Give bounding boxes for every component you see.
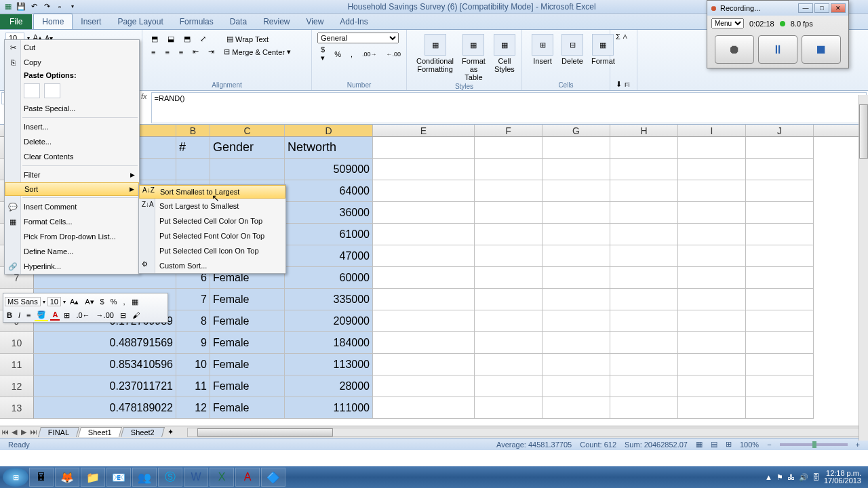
cell[interactable] (475, 397, 542, 419)
taskbar-excel-icon[interactable]: X (210, 468, 234, 487)
cell[interactable]: 47000 (285, 245, 373, 267)
cell[interactable] (678, 224, 746, 245)
cell[interactable]: 12 (176, 397, 210, 419)
cell[interactable] (373, 137, 475, 159)
cell[interactable]: Female (210, 354, 285, 375)
cell[interactable]: 7 (176, 289, 210, 310)
cell[interactable] (373, 159, 475, 180)
mini-merge-icon[interactable]: ⊟ (118, 310, 128, 321)
fill-icon[interactable]: ⬇ (616, 80, 622, 89)
cell[interactable] (746, 202, 814, 224)
taskbar-calculator-icon[interactable]: 🖩 (29, 468, 54, 487)
col-header-i[interactable]: I (678, 125, 746, 136)
cell[interactable] (678, 245, 746, 267)
tab-data[interactable]: Data (222, 14, 255, 29)
autosum-icon[interactable]: Σ (616, 33, 620, 41)
zoom-in-icon[interactable]: + (856, 441, 860, 449)
row-header[interactable]: 12 (0, 375, 34, 397)
cell[interactable] (746, 332, 814, 354)
cell[interactable]: 64000 (285, 180, 373, 202)
cell[interactable] (678, 202, 746, 224)
align-middle-icon[interactable]: ⬓ (164, 33, 178, 45)
tab-file[interactable]: File (0, 14, 32, 29)
tray-up-icon[interactable]: ▲ (765, 473, 772, 481)
cell[interactable] (610, 397, 678, 419)
ctx-copy[interactable]: ⎘Copy (5, 55, 139, 70)
sort-cell-icon[interactable]: Put Selected Cell Icon On Top (139, 243, 285, 258)
cell[interactable] (475, 137, 542, 159)
tab-addins[interactable]: Add-Ins (332, 14, 376, 29)
cell[interactable] (176, 159, 210, 180)
cell[interactable] (373, 354, 475, 375)
col-header-e[interactable]: E (373, 125, 475, 136)
ctx-pick-list[interactable]: Pick From Drop-down List... (5, 229, 139, 244)
taskbar-skype-icon[interactable]: Ⓢ (158, 468, 182, 487)
taskbar-firefox-icon[interactable]: 🦊 (55, 468, 79, 487)
tab-view[interactable]: View (298, 14, 332, 29)
recorder-pause-button[interactable]: ⏸ (758, 35, 797, 64)
col-header-f[interactable]: F (475, 125, 542, 136)
mini-font-color-icon[interactable]: A (50, 310, 60, 321)
cell[interactable] (678, 397, 746, 419)
col-header-c[interactable]: C (210, 125, 285, 136)
sheet-tab-final[interactable]: FINAL (38, 427, 79, 437)
undo-icon[interactable]: ↶ (28, 1, 39, 12)
cell[interactable] (746, 289, 814, 310)
mini-shrink-icon[interactable]: A▾ (83, 297, 96, 307)
cell[interactable] (610, 289, 678, 310)
mini-currency-icon[interactable]: $ (98, 297, 106, 306)
cell[interactable]: 0.478189022 (34, 397, 176, 419)
row-header[interactable]: 13 (0, 397, 34, 419)
wrap-text-button[interactable]: ▤ Wrap Text (223, 33, 272, 45)
ctx-clear[interactable]: Clear Contents (5, 149, 139, 164)
cell[interactable] (542, 159, 610, 180)
cell[interactable] (373, 202, 475, 224)
recorder-maximize-button[interactable]: □ (814, 3, 829, 13)
sheet-nav[interactable]: ⏮◀▶⏭ (0, 428, 38, 436)
ctx-hyperlink[interactable]: 🔗Hyperlink... (5, 259, 139, 274)
cell[interactable]: 28000 (285, 375, 373, 397)
decrease-decimal-icon[interactable]: ←.00 (382, 49, 404, 60)
zoom-level[interactable]: 100% (740, 441, 759, 449)
cell[interactable] (210, 159, 285, 180)
cell[interactable]: # (176, 137, 210, 159)
mini-font-name[interactable]: MS Sans (5, 297, 41, 306)
taskbar-acrobat-icon[interactable]: A (235, 468, 260, 487)
cell[interactable] (373, 245, 475, 267)
col-header-b[interactable]: B (176, 125, 210, 136)
align-top-icon[interactable]: ⬒ (148, 33, 161, 45)
conditional-formatting-button[interactable]: ▦Conditional Formatting (412, 33, 458, 83)
cell[interactable] (542, 245, 610, 267)
cell[interactable]: 335000 (285, 289, 373, 310)
sheet-tab-sheet2[interactable]: Sheet2 (121, 427, 165, 437)
sort-custom[interactable]: ⚙Custom Sort... (139, 258, 285, 273)
cell[interactable]: Gender (210, 137, 285, 159)
cell[interactable] (746, 137, 814, 159)
align-left-icon[interactable]: ≡ (148, 46, 159, 58)
mini-percent-icon[interactable]: % (108, 297, 119, 306)
mini-border-icon[interactable]: ⊞ (62, 310, 72, 321)
save-icon[interactable]: 💾 (16, 1, 26, 12)
cell[interactable] (373, 310, 475, 332)
tray-flag-icon[interactable]: ⚑ (776, 473, 783, 482)
formula-input[interactable]: =RAND() (151, 92, 867, 123)
align-center-icon[interactable]: ≡ (161, 46, 172, 58)
taskbar-app-icon[interactable]: 👥 (132, 468, 157, 487)
vertical-scrollbar[interactable] (859, 95, 868, 441)
cell[interactable] (542, 310, 610, 332)
cell[interactable]: 184000 (285, 332, 373, 354)
ctx-define-name[interactable]: Define Name... (5, 244, 139, 259)
currency-icon[interactable]: $ ▾ (317, 43, 328, 64)
tray-clock[interactable]: 12:18 p.m. 17/06/2013 (824, 470, 861, 485)
tray-volume-icon[interactable]: 🔊 (799, 473, 808, 482)
cell[interactable] (610, 180, 678, 202)
cell[interactable] (475, 245, 542, 267)
sort-font-color[interactable]: Put Selected Font Color On Top (139, 228, 285, 243)
taskbar-app2-icon[interactable]: 🔷 (261, 468, 285, 487)
cell[interactable] (542, 137, 610, 159)
cell[interactable] (610, 310, 678, 332)
cell[interactable] (746, 180, 814, 202)
cell[interactable] (475, 159, 542, 180)
cell[interactable] (373, 397, 475, 419)
cell[interactable] (610, 332, 678, 354)
